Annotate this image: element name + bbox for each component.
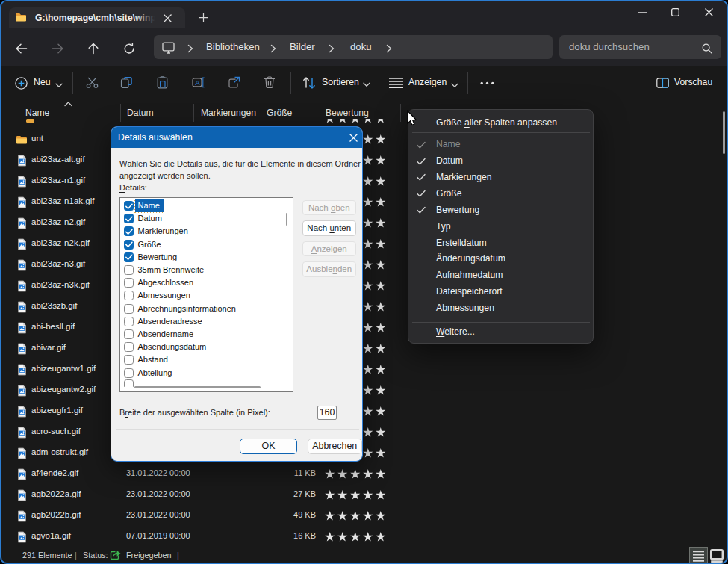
svg-text:A: A (195, 78, 200, 87)
